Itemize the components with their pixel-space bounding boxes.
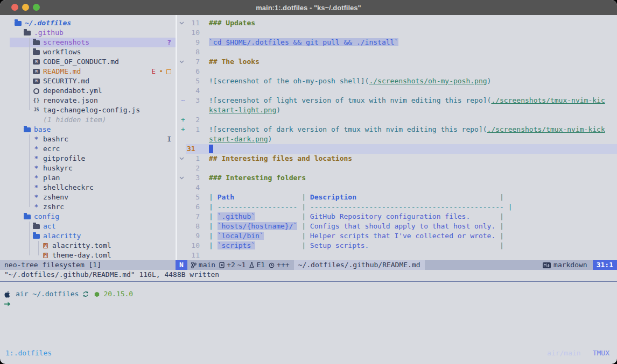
gutter: [179, 86, 187, 96]
editor-line[interactable]: kstart-light.png): [177, 105, 617, 115]
tree-row[interactable]: *huskyrc: [0, 163, 176, 173]
folder-open-icon: [32, 234, 40, 239]
unstaged-icon: [166, 69, 171, 74]
editor-line[interactable]: 9`cd $HOME/.dotfiles && git pull && ./in…: [177, 38, 617, 47]
editor-line[interactable]: 6: [177, 67, 617, 76]
tree-row[interactable]: *zshenv: [0, 192, 176, 202]
branch-icon: [191, 262, 197, 268]
tree-row[interactable]: *plan: [0, 173, 176, 183]
editor-line[interactable]: 2: [177, 163, 617, 173]
editor-line[interactable]: +2: [177, 115, 617, 125]
editor-line[interactable]: 10: [177, 28, 617, 38]
gutter: [179, 38, 187, 47]
tree-row[interactable]: Malacritty.toml: [0, 241, 176, 251]
tree-row[interactable]: *ecrc: [0, 144, 176, 154]
tree-item-label: workflows: [43, 47, 81, 57]
editor-line[interactable]: 4: [177, 183, 617, 192]
gutter: [179, 251, 187, 260]
line-number: 3: [187, 96, 200, 105]
line-text: | `.github` | GitHub Repository configur…: [209, 212, 504, 222]
editor-line[interactable]: start-dark.png): [177, 134, 617, 144]
editor-line[interactable]: 11: [177, 251, 617, 260]
tree-row[interactable]: (1 hidden item): [0, 115, 176, 125]
tree-row[interactable]: {}renovate.json: [0, 96, 176, 105]
status-badge: E: [151, 67, 156, 76]
filetype: markdown: [543, 260, 587, 270]
editor-line[interactable]: 4: [177, 86, 617, 96]
line-number: 1: [187, 154, 200, 163]
editor-line[interactable]: 6| ------------------- | ---------------…: [177, 202, 617, 212]
tree-row[interactable]: MSECURITY.md: [0, 76, 176, 86]
fold-icon: [179, 154, 187, 163]
tree-row[interactable]: *shellcheckrc: [0, 183, 176, 192]
indent-guide: [29, 38, 30, 110]
toml-icon: M: [41, 243, 50, 248]
editor-line[interactable]: 9| `local/bin` | Helper scripts that I'v…: [177, 231, 617, 241]
statusline: N main +2 ~1 E1 +++ ~/.dotfiles/.github/…: [176, 260, 617, 270]
tree-row[interactable]: screenshots?: [0, 38, 176, 47]
tree-row[interactable]: dependabot.yml: [0, 86, 176, 96]
line-text: | `local/bin` | Helper scripts that I've…: [209, 231, 504, 241]
status-badge: •: [159, 67, 163, 76]
editor-line[interactable]: 8| `hosts/{hostname}/` | Configs that sh…: [177, 222, 617, 231]
tree-row[interactable]: *zshrc: [0, 202, 176, 212]
gutter: [179, 231, 187, 241]
tree-row[interactable]: workflows: [0, 47, 176, 57]
git-diff: +2 ~1: [219, 260, 246, 270]
fold-icon: [179, 18, 187, 28]
config-file-icon: *: [32, 144, 40, 154]
gutter: [179, 28, 187, 38]
neo-tree-panel[interactable]: ~/.dotfiles.githubscreenshots?workflowsM…: [0, 18, 176, 260]
gutter: [179, 47, 187, 57]
markdown-file-icon: M: [32, 69, 40, 74]
tree-row[interactable]: act: [0, 222, 176, 231]
folder-open-icon: [23, 31, 31, 35]
editor-line[interactable]: 31: [177, 144, 617, 154]
line-number: 6: [187, 202, 200, 212]
editor-line[interactable]: +1![screenshot of dark version of tmux w…: [177, 125, 617, 134]
tree-row[interactable]: base: [0, 125, 176, 134]
config-file-icon: *: [32, 154, 40, 163]
zoom-button[interactable]: [33, 4, 40, 11]
tree-row[interactable]: config: [0, 212, 176, 222]
tree-row[interactable]: JStag-changelog-config.js: [0, 105, 176, 115]
tree-row[interactable]: *gitprofile: [0, 154, 176, 163]
line-number: 9: [187, 231, 200, 241]
editor-line[interactable]: 3### Interesting folders: [177, 173, 617, 183]
editor-pane[interactable]: 11### Updates109`cd $HOME/.dotfiles && g…: [177, 18, 617, 260]
editor-line[interactable]: 7| `.github` | GitHub Repository configu…: [177, 212, 617, 222]
editor-line[interactable]: 1## Interesting files and locations: [177, 154, 617, 163]
tree-item-label: alacritty.toml: [52, 241, 111, 251]
tree-row[interactable]: MCODE_OF_CONDUCT.md: [0, 57, 176, 67]
editor-line[interactable]: 11### Updates: [177, 18, 617, 28]
tmux-pane-border[interactable]: [0, 281, 617, 282]
tree-item-label: .github: [34, 28, 64, 38]
tmux-window[interactable]: 1:.dotfiles: [5, 349, 52, 357]
tree-row[interactable]: .github: [0, 28, 176, 38]
tree-row[interactable]: *bashrcI: [0, 134, 176, 144]
tree-item-label: config: [34, 212, 59, 222]
editor-line[interactable]: 5| Path | Description |: [177, 192, 617, 202]
config-file-icon: *: [32, 202, 40, 212]
editor-line[interactable]: 5![screenshot of the oh-my-posh shell](.…: [177, 76, 617, 86]
tree-row[interactable]: alacritty: [0, 231, 176, 241]
gutter: [179, 212, 187, 222]
editor-line[interactable]: ~3![screenshot of light version of tmux …: [177, 96, 617, 105]
line-text: `cd $HOME/.dotfiles && git pull && ./ins…: [209, 38, 398, 47]
terminal-window: main:1:.dotfiles - "ks~/.dotfiles" ~/.do…: [0, 0, 617, 364]
line-number: 2: [187, 163, 200, 173]
prompt-path: air ~/.dotfiles: [16, 289, 79, 299]
config-file-icon: *: [32, 183, 40, 192]
tree-row[interactable]: ~/.dotfiles: [0, 18, 176, 28]
titlebar[interactable]: main:1:.dotfiles - "ks~/.dotfiles": [0, 0, 617, 15]
close-button[interactable]: [11, 4, 18, 11]
editor-line[interactable]: 10| `scripts` | Setup scripts. |: [177, 241, 617, 251]
editor-line[interactable]: 7## The looks: [177, 57, 617, 67]
minimize-button[interactable]: [22, 4, 29, 11]
editor-line[interactable]: 8: [177, 47, 617, 57]
window-title: main:1:.dotfiles - "ks~/.dotfiles": [256, 4, 361, 12]
line-text: ## The looks: [209, 57, 260, 67]
tree-row[interactable]: MREADME.mdE•: [0, 67, 176, 76]
tree-row[interactable]: Mtheme-day.toml: [0, 251, 176, 260]
shell-pane[interactable]: air ~/.dotfiles 20.15.0: [4, 289, 133, 309]
